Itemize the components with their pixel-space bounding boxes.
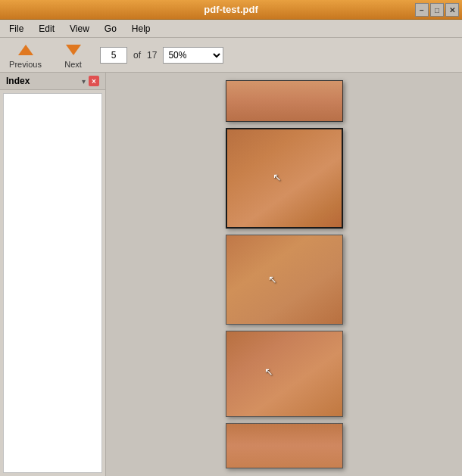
pdf-viewer[interactable] — [106, 73, 462, 476]
maximize-button[interactable]: □ — [430, 3, 444, 17]
menu-view[interactable]: View — [64, 22, 95, 36]
close-button[interactable]: ✕ — [445, 3, 459, 17]
pdf-page-3 — [226, 331, 343, 417]
menubar: File Edit View Go Help — [0, 20, 462, 38]
cursor-indicator-3 — [264, 366, 272, 376]
cursor-indicator-2 — [268, 273, 276, 284]
arrow-down-icon — [66, 45, 81, 55]
sidebar-chevron-icon[interactable]: ▾ — [82, 77, 86, 86]
menu-edit[interactable]: Edit — [33, 22, 61, 36]
minimize-button[interactable]: − — [415, 3, 429, 17]
window-title: pdf-test.pdf — [6, 4, 456, 15]
previous-button[interactable]: Previous — [5, 39, 46, 70]
previous-icon — [17, 41, 35, 59]
sidebar-content — [3, 93, 102, 473]
window-controls: − □ ✕ — [415, 3, 459, 17]
page-input[interactable] — [100, 47, 127, 64]
arrow-up-icon — [18, 45, 33, 55]
sidebar-close-button[interactable]: × — [89, 76, 99, 86]
sidebar: Index ▾ × — [0, 73, 106, 476]
pdf-page-2 — [226, 235, 343, 325]
page-separator: of — [133, 50, 141, 61]
menu-go[interactable]: Go — [98, 22, 123, 36]
cursor-indicator — [273, 171, 280, 182]
previous-label: Previous — [9, 60, 42, 69]
sidebar-header: Index ▾ × — [0, 73, 105, 90]
next-icon — [64, 41, 83, 59]
toolbar: Previous Next of 17 50% 75% 100% 125% 15… — [0, 38, 462, 73]
menu-file[interactable]: File — [3, 22, 30, 36]
page-total: 17 — [147, 50, 157, 61]
pdf-page-current — [226, 128, 343, 229]
menu-help[interactable]: Help — [126, 22, 157, 36]
pdf-page-partial — [226, 80, 343, 122]
zoom-select[interactable]: 50% 75% 100% 125% 150% 200% — [163, 47, 223, 64]
titlebar: pdf-test.pdf − □ ✕ — [0, 0, 462, 20]
next-label: Next — [64, 60, 82, 69]
next-button[interactable]: Next — [52, 39, 94, 70]
main-area: Index ▾ × — [0, 73, 462, 476]
pdf-page-bottom-partial — [226, 423, 343, 468]
sidebar-title: Index — [6, 76, 79, 86]
